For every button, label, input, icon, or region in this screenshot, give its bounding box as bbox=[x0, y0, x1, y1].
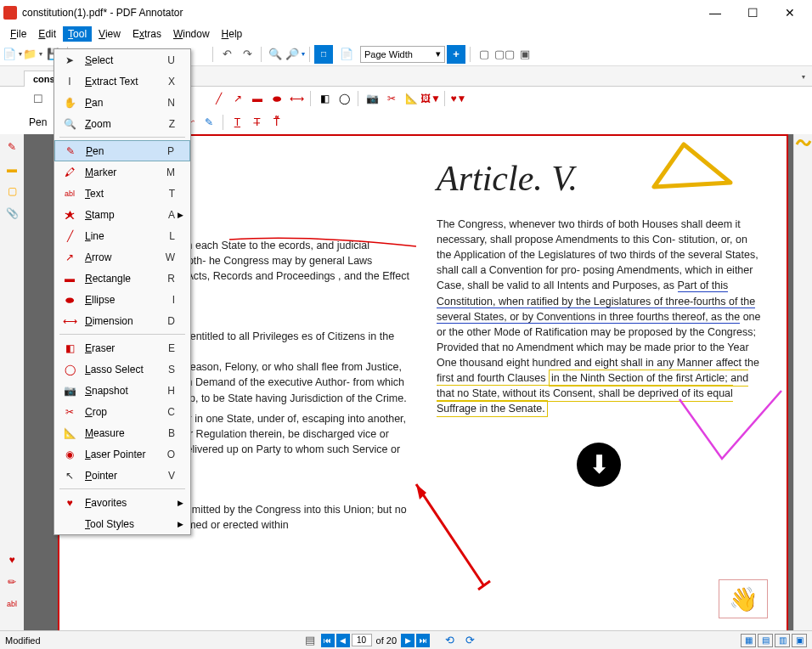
new-button[interactable]: 📄▼ bbox=[3, 45, 22, 64]
text-underline[interactable]: T bbox=[228, 114, 245, 131]
left-sidebar: ✎ ▬ ▢ 📎 ♥ ✏ abl bbox=[0, 134, 24, 649]
eraser-tool[interactable]: ◧ bbox=[316, 90, 333, 107]
text-cursor-icon: I bbox=[61, 76, 78, 87]
expand-button[interactable]: + bbox=[447, 45, 465, 64]
undo-button[interactable]: ↶ bbox=[217, 45, 236, 64]
zoom-mode[interactable]: 📄 bbox=[335, 45, 358, 64]
next-page-button[interactable]: ▶ bbox=[401, 634, 414, 647]
menu-item-snapshot[interactable]: 📷SnapshotH bbox=[54, 380, 190, 401]
last-page-button[interactable]: ⏭ bbox=[416, 634, 430, 647]
continuous-button[interactable]: ▣ bbox=[516, 45, 534, 64]
tool-dropdown: ➤SelectUIExtract TextX✋PanN🔍ZoomZ✎PenP🖍M… bbox=[54, 48, 191, 535]
menu-item-text[interactable]: ablTextT bbox=[54, 183, 190, 204]
close-button[interactable]: ✕ bbox=[771, 0, 809, 25]
menu-edit[interactable]: Edit bbox=[33, 26, 61, 42]
history-back-button[interactable]: ⟲ bbox=[440, 631, 459, 650]
lasso-icon: ◯ bbox=[61, 364, 78, 375]
first-page-button[interactable]: ⏮ bbox=[321, 634, 335, 647]
freehand-style[interactable]: ✎ bbox=[200, 114, 217, 131]
menu-item-measure[interactable]: 📐MeasureB bbox=[54, 422, 190, 443]
crop-icon: ✂ bbox=[61, 406, 78, 418]
sb-text-icon[interactable]: abl bbox=[4, 596, 20, 612]
sb-heart-icon[interactable]: ♥ bbox=[4, 552, 20, 567]
image-tool[interactable]: 🖼▼ bbox=[422, 90, 439, 107]
menu-item-pen[interactable]: ✎PenP bbox=[54, 140, 190, 161]
two-page-button[interactable]: ▢▢ bbox=[495, 45, 514, 64]
menu-item-pointer[interactable]: ↖PointerV bbox=[54, 465, 190, 486]
eraser-icon: ◧ bbox=[61, 342, 78, 354]
menu-item-ellipse[interactable]: ⬬EllipseI bbox=[54, 289, 190, 310]
sb-pen2-icon[interactable]: ✏ bbox=[4, 574, 20, 590]
sb-highlight-icon[interactable]: ▬ bbox=[4, 161, 20, 177]
prev-page-button[interactable]: ◀ bbox=[336, 634, 350, 647]
hand-tool-button[interactable]: 👋 bbox=[719, 579, 768, 618]
menu-item-crop[interactable]: ✂CropC bbox=[54, 401, 190, 422]
titlebar: constitution(1).pdf* - PDF Annotator — ☐… bbox=[0, 0, 812, 25]
rect-tool[interactable]: ▬ bbox=[249, 90, 266, 107]
statusbar: Modified ▤ ⏮ ◀ of 20 ▶ ⏭ ⟲ ⟳ ▦ ▤ ▥ ▣ bbox=[0, 630, 812, 649]
redo-button[interactable]: ↷ bbox=[238, 45, 257, 64]
menu-file[interactable]: File bbox=[5, 26, 31, 42]
wavy-icon[interactable] bbox=[795, 136, 812, 150]
menu-item-eraser[interactable]: ◧EraserE bbox=[54, 337, 190, 358]
ellipse-icon: ⬬ bbox=[61, 294, 78, 306]
menu-item-marker[interactable]: 🖍MarkerM bbox=[54, 161, 190, 183]
maximize-button[interactable]: ☐ bbox=[734, 0, 771, 25]
favorites-button[interactable]: ♥▼ bbox=[450, 90, 467, 107]
tab-menu-button[interactable]: ▼ bbox=[793, 67, 812, 86]
fit-button[interactable]: □ bbox=[314, 45, 333, 64]
menu-view[interactable]: View bbox=[93, 26, 126, 42]
line-icon: ╱ bbox=[61, 230, 78, 242]
measure-tool[interactable]: 📐 bbox=[403, 90, 420, 107]
menu-item-lasso-select[interactable]: ◯Lasso SelectS bbox=[54, 358, 190, 380]
snapshot-tool[interactable]: 📷 bbox=[364, 90, 381, 107]
black-circle-arrow-icon: ⬇ bbox=[577, 443, 621, 487]
menu-item-rectangle[interactable]: ▬RectangleR bbox=[54, 268, 190, 289]
menu-item-stamp[interactable]: 🟊StampA▶ bbox=[54, 204, 190, 225]
replace-button[interactable]: 🔎▼ bbox=[286, 45, 305, 64]
arrow-tool[interactable]: ↗ bbox=[229, 90, 246, 107]
sb-note-icon[interactable]: ▢ bbox=[4, 183, 20, 199]
menu-item-line[interactable]: ╱LineL bbox=[54, 225, 190, 246]
arrow-icon: ↗ bbox=[61, 251, 78, 263]
single-page-button[interactable]: ▢ bbox=[475, 45, 493, 64]
sb-attach-icon[interactable]: 📎 bbox=[4, 206, 20, 221]
pages-icon[interactable]: ▤ bbox=[301, 631, 319, 650]
view4-button[interactable]: ▣ bbox=[792, 634, 807, 647]
menu-item-favorites[interactable]: ♥Favorites▶ bbox=[54, 492, 190, 513]
checkbox-tool[interactable]: ☐ bbox=[29, 89, 48, 108]
ellipse-tool[interactable]: ⬬ bbox=[268, 90, 285, 107]
view1-button[interactable]: ▦ bbox=[741, 634, 756, 647]
menu-item-extract-text[interactable]: IExtract TextX bbox=[54, 71, 190, 92]
menu-item-arrow[interactable]: ↗ArrowW bbox=[54, 246, 190, 268]
menu-item-pan[interactable]: ✋PanN bbox=[54, 92, 190, 113]
sb-pen-icon[interactable]: ✎ bbox=[4, 139, 20, 155]
menu-help[interactable]: Help bbox=[217, 26, 248, 42]
dimension-tool[interactable]: ⟷ bbox=[288, 90, 305, 107]
history-fwd-button[interactable]: ⟳ bbox=[460, 631, 479, 650]
page-of-label: of 20 bbox=[376, 635, 397, 646]
view3-button[interactable]: ▥ bbox=[775, 634, 790, 647]
menu-item-dimension[interactable]: ⟷DimensionD bbox=[54, 310, 190, 331]
page-input[interactable] bbox=[352, 634, 372, 646]
menu-item-laser-pointer[interactable]: ◉Laser PointerO bbox=[54, 443, 190, 465]
menubar: FileEditToolViewExtrasWindowHelp bbox=[0, 25, 812, 42]
crop-tool[interactable]: ✂ bbox=[383, 90, 400, 107]
minimize-button[interactable]: — bbox=[696, 0, 734, 25]
dim-icon: ⟷ bbox=[61, 315, 78, 327]
zoom-select[interactable]: Page Width▾ bbox=[360, 46, 445, 63]
menu-item-zoom[interactable]: 🔍ZoomZ bbox=[54, 113, 190, 134]
menu-item-select[interactable]: ➤SelectU bbox=[54, 49, 190, 71]
view2-button[interactable]: ▤ bbox=[758, 634, 773, 647]
menu-extras[interactable]: Extras bbox=[127, 26, 166, 42]
menu-item-tool-styles[interactable]: Tool Styles▶ bbox=[54, 513, 190, 534]
tool-label: Pen bbox=[29, 116, 47, 128]
menu-window[interactable]: Window bbox=[168, 26, 215, 42]
line-tool[interactable]: ╱ bbox=[210, 90, 227, 107]
open-button[interactable]: 📁▼ bbox=[24, 45, 42, 64]
lasso-tool[interactable]: ◯ bbox=[336, 90, 352, 107]
text-strike[interactable]: T̶ bbox=[248, 114, 265, 131]
menu-tool[interactable]: Tool bbox=[63, 26, 92, 42]
text-squiggle[interactable]: T͌ bbox=[268, 114, 285, 131]
find-button[interactable]: 🔍 bbox=[266, 45, 285, 64]
